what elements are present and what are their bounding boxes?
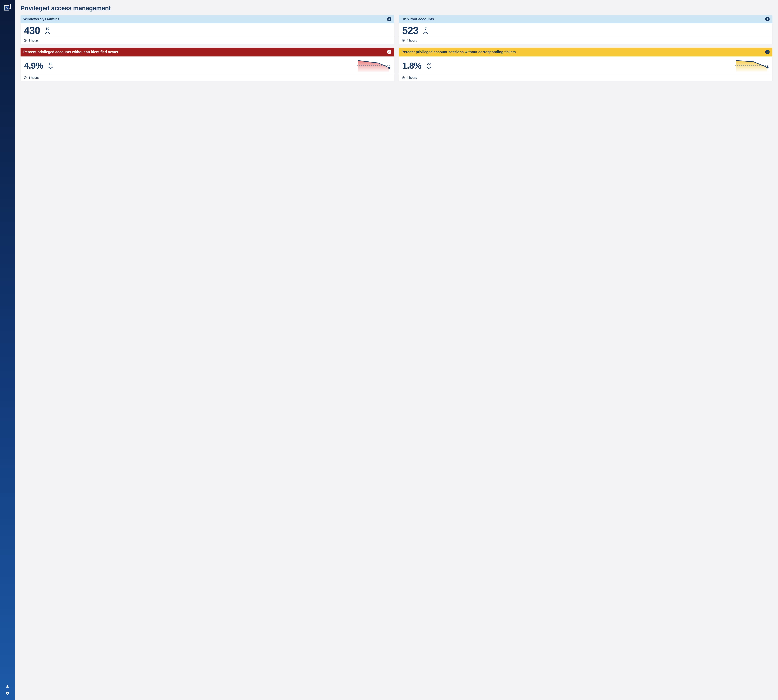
sidebar: p bbox=[0, 0, 15, 700]
chevron-up-icon bbox=[423, 31, 428, 34]
age-text: 4 hours bbox=[407, 39, 417, 42]
metric-value: 4.9% bbox=[24, 61, 43, 70]
clock-icon bbox=[23, 39, 27, 42]
delta-indicator: 22 bbox=[426, 62, 431, 69]
card-percent-no-ticket[interactable]: Percent privileged account sessions with… bbox=[399, 48, 772, 81]
delta-value: 12 bbox=[48, 62, 52, 66]
clock-icon bbox=[402, 76, 405, 79]
age-text: 4 hours bbox=[28, 39, 39, 42]
status-donut-icon bbox=[387, 17, 391, 21]
svg-point-3 bbox=[7, 685, 8, 686]
status-donut-icon bbox=[765, 17, 770, 21]
card-body: 4.9% 12 bbox=[20, 57, 394, 74]
card-footer: 4 hours bbox=[20, 37, 394, 44]
delta-indicator: 7 bbox=[423, 27, 428, 34]
delta-value: 10 bbox=[45, 27, 49, 31]
card-header: Percent privileged account sessions with… bbox=[399, 48, 772, 57]
chevron-up-icon bbox=[45, 31, 50, 34]
card-body: 1.8% 22 bbox=[399, 57, 772, 74]
clock-icon bbox=[402, 39, 405, 42]
delta-indicator: 12 bbox=[48, 62, 53, 69]
svg-point-10 bbox=[766, 66, 768, 68]
card-body: 430 10 bbox=[20, 23, 394, 37]
card-unix-root[interactable]: Unix root accounts 523 7 4 hours bbox=[399, 15, 772, 44]
card-header: Percent privileged accounts without an i… bbox=[20, 48, 394, 57]
card-grid: Windows SysAdmins 430 10 4 hours Unix ro… bbox=[20, 15, 772, 81]
card-title: Percent privileged accounts without an i… bbox=[23, 50, 119, 54]
delta-value: 22 bbox=[427, 62, 431, 66]
settings-icon[interactable] bbox=[5, 691, 10, 695]
sparkline bbox=[356, 58, 391, 73]
card-title: Unix root accounts bbox=[402, 17, 434, 22]
app-logo[interactable]: p bbox=[4, 3, 11, 11]
metric-value: 1.8% bbox=[402, 61, 422, 70]
card-percent-no-owner[interactable]: Percent privileged accounts without an i… bbox=[20, 48, 394, 81]
card-windows-sysadmins[interactable]: Windows SysAdmins 430 10 4 hours bbox=[20, 15, 394, 44]
status-check-icon bbox=[765, 50, 770, 54]
user-icon[interactable] bbox=[5, 684, 10, 688]
card-header: Windows SysAdmins bbox=[20, 15, 394, 23]
clock-icon bbox=[23, 76, 27, 79]
card-title: Percent privileged account sessions with… bbox=[402, 50, 516, 54]
card-footer: 4 hours bbox=[399, 37, 772, 44]
svg-text:p: p bbox=[6, 6, 8, 10]
chevron-down-icon bbox=[48, 66, 53, 69]
main-content: Privileged access management Windows Sys… bbox=[15, 0, 778, 700]
sparkline bbox=[735, 58, 769, 73]
card-header: Unix root accounts bbox=[399, 15, 772, 23]
card-footer: 4 hours bbox=[399, 74, 772, 81]
status-check-icon bbox=[387, 50, 391, 54]
card-body: 523 7 bbox=[399, 23, 772, 37]
age-text: 4 hours bbox=[28, 76, 39, 80]
chevron-down-icon bbox=[426, 66, 431, 69]
card-title: Windows SysAdmins bbox=[23, 17, 59, 22]
svg-point-7 bbox=[388, 67, 390, 69]
metric-value: 430 bbox=[24, 25, 40, 35]
page-title: Privileged access management bbox=[20, 5, 772, 12]
age-text: 4 hours bbox=[407, 76, 417, 80]
delta-indicator: 10 bbox=[45, 27, 50, 34]
card-footer: 4 hours bbox=[20, 74, 394, 81]
delta-value: 7 bbox=[425, 27, 427, 31]
metric-value: 523 bbox=[402, 25, 418, 35]
